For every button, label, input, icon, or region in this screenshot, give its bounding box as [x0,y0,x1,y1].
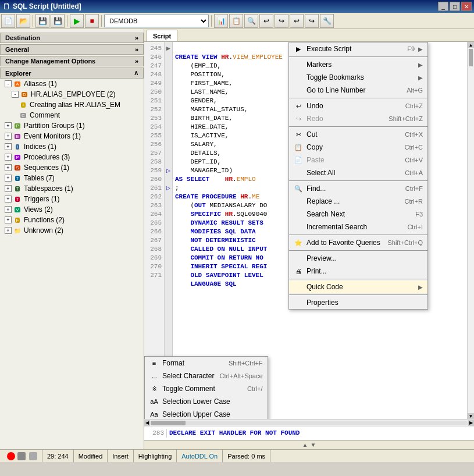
run-button[interactable]: ▶ [70,14,84,28]
change-mgmt-header[interactable]: Change Management Options » [0,56,144,66]
expand-unknown[interactable]: + [5,227,12,234]
database-combo[interactable]: DEMODB [104,15,209,27]
horizontal-scrollbar[interactable]: ◀ ▶ [144,419,474,426]
tree-item-creating-alias[interactable]: + Creating alias HR.ALIAS_EM [0,100,144,110]
tb-btn-4[interactable]: ↩ [259,14,273,28]
tree-item-tables[interactable]: + T Tables (7) [0,173,144,183]
ctx-undo[interactable]: ↩ Undo Ctrl+Z [289,100,427,112]
tb-btn-6[interactable]: ↩ [290,14,304,28]
left-panel: Destination » General » Change Managemen… [0,29,144,449]
aliases-icon: A [13,79,22,88]
tb-btn-7[interactable]: ↪ [305,14,319,28]
tb-btn-1[interactable]: 📊 [214,14,228,28]
ctx-sel-upper[interactable]: Aa Selection Upper Case [145,408,268,419]
ctx-format[interactable]: ≡ Format Shift+Ctrl+F [145,357,268,370]
destination-header[interactable]: Destination » [0,33,144,43]
ctx-add-fav[interactable]: ⭐ Add to Favorite Queries Shift+Ctrl+Q [289,236,427,249]
general-header[interactable]: General » [0,44,144,55]
tb-btn-8[interactable]: 🔧 [320,14,334,28]
scroll-up-arrow[interactable]: ▲ [468,42,474,48]
ctx-search-next[interactable]: Search Next F3 [289,208,427,221]
expand-functions[interactable]: + [5,216,12,223]
expand-aliases[interactable]: - [5,80,12,87]
ctx-toggle-bookmarks[interactable]: Toggle Bookmarks ▶ [289,71,427,84]
triggers-icon: T [13,194,22,204]
tb-btn-2[interactable]: 📋 [229,14,243,28]
ctx-select-all[interactable]: Select All Ctrl+A [289,166,427,179]
modified-status: Modified [79,453,103,460]
tree-item-functions[interactable]: + F Functions (2) [0,215,144,225]
lower-code-area[interactable]: 283 DECLARE EXIT HANDLER FOR NOT FOUND [144,426,474,440]
vertical-scrollbar[interactable]: ▲ ▼ [467,42,474,419]
ctx-replace[interactable]: Replace ... Ctrl+R [289,195,427,208]
ctx-cut[interactable]: ✂ Cut Ctrl+X [289,128,427,141]
tree-item-sequences[interactable]: + S Sequences (1) [0,162,144,173]
tree-item-hr-alias[interactable]: - D HR.ALIAS_EMPLOYEE (2) [0,89,144,100]
ctx-properties[interactable]: Properties [289,296,427,309]
ctx-copy[interactable]: 📋 Copy Ctrl+C [289,141,427,154]
maximize-button[interactable]: □ [450,2,460,11]
expand-sequences[interactable]: + [5,164,12,171]
new-button[interactable]: 📄 [1,14,15,28]
bookmarks-icon [294,73,303,82]
nav-up-arrow[interactable]: ▲ [302,442,308,448]
scroll-left-arrow[interactable]: ◀ [144,420,150,426]
minimize-button[interactable]: _ [438,2,448,11]
expand-tables[interactable]: + [5,175,12,182]
ctx-replace-shortcut: Ctrl+R [405,198,423,205]
ctx-sel-lower[interactable]: aA Selection Lower Case [145,395,268,408]
ctx-find[interactable]: 🔍 Find... Ctrl+F [289,182,427,195]
expand-indices[interactable]: + [5,143,12,150]
expand-hr-alias[interactable]: - [12,91,19,98]
ctx-incremental-search[interactable]: Incremental Search Ctrl+I [289,221,427,233]
ctx-redo[interactable]: ↪ Redo Shift+Ctrl+Z [289,112,427,125]
ctx-print[interactable]: 🖨 Print... [289,265,427,278]
ctx-select-char[interactable]: ⎵ Select Character Ctrl+Alt+Space [145,370,268,382]
tree-item-partition-groups[interactable]: + P Partition Groups (1) [0,120,144,131]
ctx-execute-script[interactable]: ▶ Execute Script F9 ▶ [289,42,427,55]
expand-events[interactable]: + [5,133,12,140]
tree-item-comment[interactable]: C Comment [0,110,144,120]
code-area[interactable]: 245246247248249 250251252253254 25525625… [144,42,474,419]
scroll-track[interactable] [468,48,474,413]
tree-item-aliases[interactable]: - A Aliases (1) [0,79,144,89]
ctx-cut-shortcut: Ctrl+X [405,131,423,138]
ctx-markers[interactable]: Markers ▶ [289,58,427,71]
script-tab[interactable]: Script [147,30,177,41]
ctx-find-label: Find... [307,184,402,193]
scroll-right-arrow[interactable]: ▶ [468,420,474,426]
tree-item-indices[interactable]: + I Indices (1) [0,141,144,152]
h-scroll-thumb[interactable] [151,421,186,425]
h-scroll-track[interactable] [151,421,468,425]
expand-triggers[interactable]: + [5,196,12,203]
tablespaces-icon: T [13,184,22,193]
expand-procedures[interactable]: + [5,154,12,161]
explorer-header[interactable]: Explorer ∧ [0,68,144,79]
tb-btn-3[interactable]: 🔍 [244,14,258,28]
ctx-goto-line[interactable]: Go to Line Number Alt+G [289,84,427,97]
save-button[interactable]: 💾 [35,14,49,28]
ctx-toggle-comment[interactable]: ※ Toggle Comment Ctrl+/ [145,382,268,395]
expand-partition[interactable]: + [5,122,12,129]
position-seg: 29: 244 [42,450,74,462]
expand-views[interactable]: + [5,206,12,213]
close-button[interactable]: ✕ [461,2,472,11]
tree-item-tablespaces[interactable]: + T Tablespaces (1) [0,183,144,194]
scroll-down-arrow[interactable]: ▼ [468,413,474,419]
tree-item-unknown[interactable]: + 📁 Unknown (2) [0,225,144,236]
scroll-thumb[interactable] [469,49,473,66]
nav-down-arrow[interactable]: ▼ [311,442,316,448]
tree-item-procedures[interactable]: + P Procedures (3) [0,152,144,162]
tree-item-views[interactable]: + V Views (2) [0,204,144,215]
tb-btn-5[interactable]: ↪ [275,14,288,28]
ctx-paste[interactable]: 📄 Paste Ctrl+V [289,154,427,166]
expand-tablespaces[interactable]: + [5,185,12,192]
tree-item-event-monitors[interactable]: + E Event Monitors (1) [0,131,144,141]
open-button[interactable]: 📂 [16,14,30,28]
ctx-markers-label: Markers [307,61,415,69]
tree-item-triggers[interactable]: + T Triggers (1) [0,194,144,204]
stop-button[interactable]: ■ [85,14,99,28]
ctx-quick-code[interactable]: Quick Code ▶ [289,280,427,293]
ctx-preview[interactable]: Preview... [289,252,427,265]
save-all-button[interactable]: 💾 [51,14,65,28]
